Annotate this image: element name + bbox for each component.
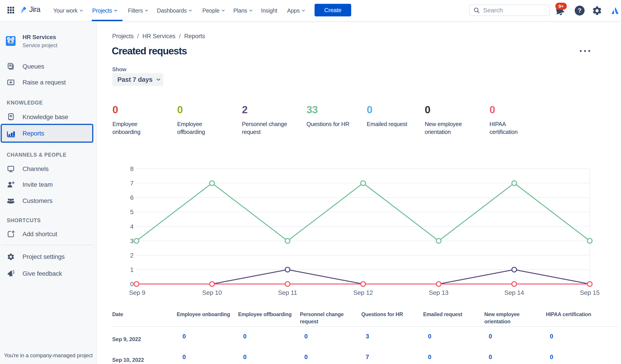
svg-text:3: 3 — [130, 237, 134, 245]
svg-text:Sep 14: Sep 14 — [504, 289, 524, 296]
svg-text:5: 5 — [130, 209, 134, 215]
svg-text:Sep 11: Sep 11 — [278, 289, 297, 296]
svg-text:Sep 13: Sep 13 — [429, 289, 448, 296]
svg-text:2: 2 — [130, 252, 134, 259]
svg-text:0: 0 — [130, 281, 134, 288]
svg-text:7: 7 — [130, 180, 134, 187]
svg-text:4: 4 — [130, 223, 134, 230]
svg-text:Sep 15: Sep 15 — [580, 289, 599, 296]
svg-text:8: 8 — [130, 165, 134, 172]
svg-text:Sep 12: Sep 12 — [353, 289, 373, 296]
svg-text:Sep 9: Sep 9 — [129, 289, 145, 296]
svg-text:1: 1 — [130, 266, 134, 273]
svg-text:6: 6 — [130, 194, 134, 201]
svg-text:Sep 10: Sep 10 — [202, 289, 222, 296]
